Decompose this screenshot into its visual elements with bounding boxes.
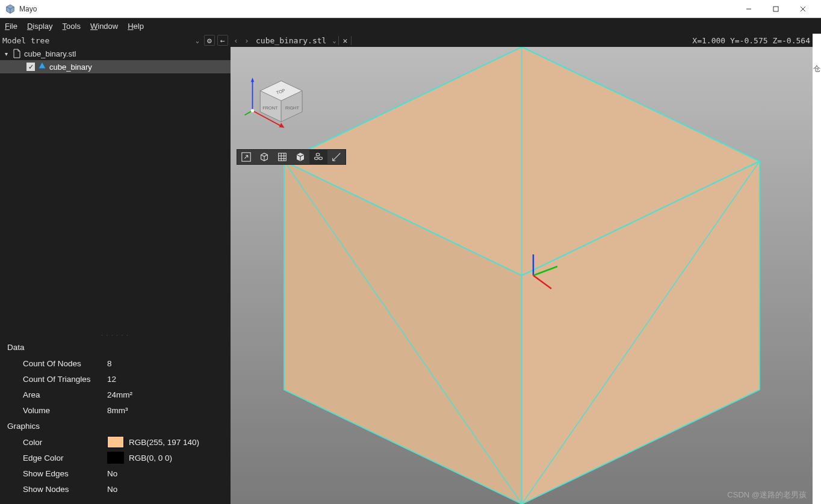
menu-file[interactable]: File — [5, 22, 17, 31]
menu-help[interactable]: Help — [128, 22, 144, 31]
right-edge-glyph: 仓 — [813, 64, 820, 74]
tree-header: Model tree ⌄ ⚙ ← — [0, 34, 231, 47]
color-swatch[interactable] — [107, 436, 124, 448]
file-icon — [12, 49, 22, 58]
display-mode-toolbar — [237, 149, 346, 165]
assembly-button[interactable] — [309, 149, 327, 165]
menu-display[interactable]: Display — [27, 22, 53, 31]
expand-icon[interactable]: ▾ — [2, 51, 10, 57]
tree-file-label: cube_binary.stl — [24, 49, 76, 58]
fit-view-button[interactable] — [237, 149, 255, 165]
sidebar: Model tree ⌄ ⚙ ← ▾ cube_binary.stl ✓ cub… — [0, 34, 231, 504]
menu-window[interactable]: Window — [90, 22, 118, 31]
tree-title: Model tree — [2, 36, 193, 45]
window-titlebar: Mayo — [0, 0, 821, 18]
properties-panel: Data Count Of Nodes 8 Count Of Triangles… — [0, 337, 231, 504]
tree-row-file[interactable]: ▾ cube_binary.stl — [0, 47, 231, 60]
prop-category-graphics: Graphics — [7, 422, 223, 431]
tree-dropdown-icon[interactable]: ⌄ — [196, 37, 199, 44]
prop-row-count-nodes: Count Of Nodes 8 — [7, 355, 223, 371]
svg-rect-33 — [279, 153, 287, 161]
shaded-button[interactable] — [291, 149, 309, 165]
wireframe-button[interactable] — [255, 149, 273, 165]
navcube-front-label: FRONT — [262, 105, 278, 111]
tab-prev-button[interactable]: ‹ — [231, 36, 241, 45]
3d-viewport[interactable]: TOP FRONT RIGHT CSDN @迷路的老男孩 — [231, 47, 813, 504]
svg-point-27 — [251, 109, 254, 112]
prop-row-show-edges[interactable]: Show Edges No — [7, 466, 223, 481]
prop-row-show-nodes[interactable]: Show Nodes No — [7, 481, 223, 497]
prop-row-count-tris: Count Of Triangles 12 — [7, 371, 223, 387]
view-navcube[interactable]: TOP FRONT RIGHT — [243, 71, 309, 131]
tab-current[interactable]: cube_binary.stl — [252, 36, 330, 45]
prop-row-volume: Volume 8mm³ — [7, 402, 223, 418]
window-minimize-button[interactable] — [735, 0, 762, 18]
measure-button[interactable] — [327, 149, 345, 165]
window-title: Mayo — [19, 5, 735, 13]
svg-marker-6 — [39, 62, 46, 69]
prop-row-area: Area 24mm² — [7, 387, 223, 402]
window-close-button[interactable] — [789, 0, 816, 18]
tree-checkbox[interactable]: ✓ — [26, 63, 35, 71]
menu-tools[interactable]: Tools — [63, 22, 81, 31]
svg-line-20 — [533, 266, 557, 275]
app-icon — [5, 4, 16, 14]
prop-category-data: Data — [7, 343, 223, 352]
tab-close-button[interactable]: ✕ — [338, 36, 352, 45]
svg-line-21 — [533, 275, 551, 289]
tree-collapse-button[interactable]: ← — [217, 35, 228, 46]
window-maximize-button[interactable] — [762, 0, 789, 18]
navcube-right-label: RIGHT — [285, 105, 299, 111]
cursor-coordinates: X=1.000 Y=-0.575 Z=-0.564 — [692, 36, 813, 45]
right-edge-panel: 仓 — [813, 34, 821, 504]
grid-button[interactable] — [273, 149, 291, 165]
edge-color-swatch[interactable] — [107, 452, 124, 464]
prop-row-edge-color[interactable]: Edge Color RGB(0, 0 0) — [7, 450, 223, 466]
prop-row-color[interactable]: Color RGB(255, 197 140) — [7, 434, 223, 450]
tree-settings-button[interactable]: ⚙ — [204, 35, 215, 46]
tree-row-mesh[interactable]: ✓ cube_binary — [0, 60, 231, 73]
tab-dropdown-icon[interactable]: ⌄ — [330, 37, 338, 44]
tab-next-button[interactable]: › — [241, 36, 252, 45]
menubar: File Display Tools Window Help — [0, 18, 821, 34]
origin-gizmo — [518, 251, 566, 300]
watermark-text: CSDN @迷路的老男孩 — [727, 490, 807, 500]
tree-mesh-label: cube_binary — [49, 63, 92, 72]
svg-marker-23 — [251, 78, 254, 82]
mesh-icon — [37, 61, 47, 73]
document-tabbar: ‹ › cube_binary.stl ⌄ ✕ X=1.000 Y=-0.575… — [231, 34, 813, 47]
svg-rect-3 — [773, 7, 778, 11]
viewport-column: ‹ › cube_binary.stl ⌄ ✕ X=1.000 Y=-0.575… — [231, 34, 813, 504]
model-tree[interactable]: ▾ cube_binary.stl ✓ cube_binary — [0, 47, 231, 333]
